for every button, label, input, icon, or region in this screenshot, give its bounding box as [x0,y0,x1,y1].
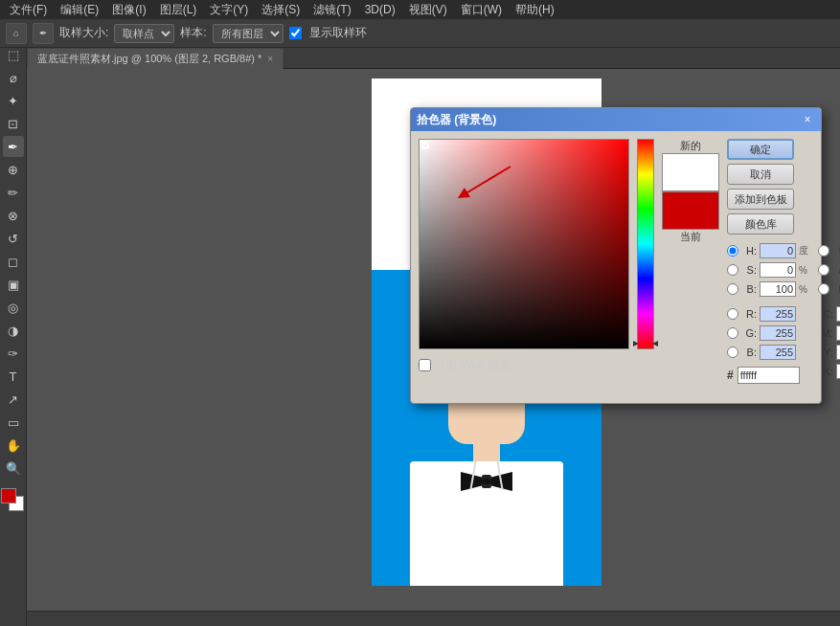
web-colors-row: 只有 Web 颜色 [419,357,629,373]
hand-tool[interactable]: ✋ [3,435,24,456]
right-panel: 确定 取消 添加到色板 颜色库 H: 度 [727,139,840,395]
lab-cmyk-col: L: a: b: [818,242,840,384]
tab-close-btn[interactable]: × [267,54,273,64]
g-input[interactable] [760,325,796,341]
m-input[interactable] [836,325,840,341]
r-radio[interactable] [727,308,738,320]
svg-line-1 [463,167,511,195]
y-row: Y: % [818,344,840,361]
c-input[interactable] [836,306,840,322]
menu-window[interactable]: 窗口(W) [455,0,508,20]
color-swatches[interactable] [1,488,26,513]
tab-bar: 蓝底证件照素材.jpg @ 100% (图层 2, RGB/8#) * × [27,48,840,69]
dialog-buttons: 确定 取消 添加到色板 颜色库 [727,139,840,235]
home-btn[interactable]: ⌂ [6,23,27,44]
menu-view[interactable]: 视图(V) [403,0,453,20]
ok-button[interactable]: 确定 [727,139,794,160]
k-input[interactable] [836,364,840,379]
hue-indicator-right [633,341,656,347]
hue-strip-container [637,139,654,395]
b-rgb-input[interactable] [760,345,796,360]
a-row: a: [818,261,840,279]
pen-tool[interactable]: ✑ [3,343,24,364]
person-neck [473,444,500,461]
menu-filter[interactable]: 滤镜(T) [307,0,356,20]
menu-edit[interactable]: 编辑(E) [55,0,104,20]
web-only-label: 只有 Web 颜色 [435,357,511,373]
hsb-rgb-col: H: 度 S: % [727,242,810,384]
b-rgb-row: B: [727,344,810,361]
b-rgb-radio[interactable] [727,347,738,358]
clone-tool[interactable]: ⊗ [3,205,24,226]
magic-wand-tool[interactable]: ✦ [3,90,24,111]
s-unit: % [799,265,810,276]
lasso-tool[interactable]: ⌀ [3,67,24,88]
inputs-columns: H: 度 S: % [727,242,840,384]
a-radio[interactable] [818,264,829,276]
foreground-color-swatch[interactable] [1,488,16,503]
b-lab-label: b: [832,283,840,295]
dialog-close-btn[interactable]: × [800,112,815,127]
s-input[interactable] [760,262,796,278]
menu-bar: 文件(F) 编辑(E) 图像(I) 图层(L) 文字(Y) 选择(S) 滤镜(T… [0,0,840,19]
shape-tool[interactable]: ▭ [3,412,24,433]
y-input[interactable] [836,345,840,360]
menu-file[interactable]: 文件(F) [4,0,53,20]
blur-tool[interactable]: ◎ [3,297,24,318]
sample-size-select[interactable]: 取样点 [114,24,174,43]
h-unit: 度 [799,244,810,257]
heal-tool[interactable]: ⊕ [3,159,24,180]
hue-strip[interactable] [637,139,654,349]
show-ring-label: 显示取样环 [309,25,367,41]
show-ring-checkbox[interactable] [289,27,302,39]
gradient-picker[interactable] [419,139,629,349]
left-sidebar: ✥ ⬚ ⌀ ✦ ⊡ ✒ ⊕ ✏ ⊗ ↺ ◻ ▣ ◎ ◑ ✑ T ↗ ▭ ✋ 🔍 [0,19,27,626]
r-input[interactable] [760,306,796,322]
b-label: B: [741,283,757,295]
bottom-bar [27,611,840,626]
gradient-tool[interactable]: ▣ [3,274,24,295]
l-label: L: [832,245,840,257]
document-tab[interactable]: 蓝底证件照素材.jpg @ 100% (图层 2, RGB/8#) * × [27,48,284,69]
tab-label: 蓝底证件照素材.jpg @ 100% (图层 2, RGB/8#) * [37,52,261,66]
menu-select[interactable]: 选择(S) [256,0,306,20]
canvas-area: 拾色器 (背景色) × [27,69,840,626]
b-lab-row: b: [818,280,840,298]
b-radio[interactable] [727,283,738,295]
menu-help[interactable]: 帮助(H) [510,0,560,20]
sample-select[interactable]: 所有图层 [213,24,284,43]
web-only-checkbox[interactable] [419,359,431,371]
menu-type[interactable]: 文字(Y) [204,0,254,20]
new-color-swatch [662,153,719,191]
add-to-swatches-button[interactable]: 添加到色板 [727,189,794,210]
history-brush-tool[interactable]: ↺ [3,228,24,249]
crop-tool[interactable]: ⊡ [3,113,24,134]
eyedropper-tool[interactable]: ✒ [33,23,54,44]
h-input[interactable] [760,243,796,258]
type-tool[interactable]: T [3,366,24,387]
l-radio[interactable] [818,245,829,257]
dialog-content: 只有 Web 颜色 新的 当前 确定 [411,131,821,403]
path-select-tool[interactable]: ↗ [3,389,24,410]
b-lab-radio[interactable] [818,283,829,295]
s-label: S: [741,264,757,276]
brush-tool[interactable]: ✏ [3,182,24,203]
cancel-button[interactable]: 取消 [727,164,794,185]
zoom-tool[interactable]: 🔍 [3,458,24,479]
hex-input[interactable] [738,367,800,384]
eyedropper-tool-sidebar[interactable]: ✒ [3,136,24,157]
s-radio[interactable] [727,264,738,276]
b-input[interactable] [760,281,796,297]
current-color-label: 当前 [680,230,701,244]
dodge-tool[interactable]: ◑ [3,320,24,341]
g-radio[interactable] [727,327,738,339]
b-unit: % [799,284,810,295]
menu-layer[interactable]: 图层(L) [154,0,203,20]
menu-image[interactable]: 图像(I) [106,0,151,20]
menu-3d[interactable]: 3D(D) [359,1,401,18]
eraser-tool[interactable]: ◻ [3,251,24,272]
r-row: R: [727,305,810,323]
dialog-title: 拾色器 (背景色) [417,112,496,128]
h-radio[interactable] [727,245,738,257]
color-library-button[interactable]: 颜色库 [727,213,794,235]
